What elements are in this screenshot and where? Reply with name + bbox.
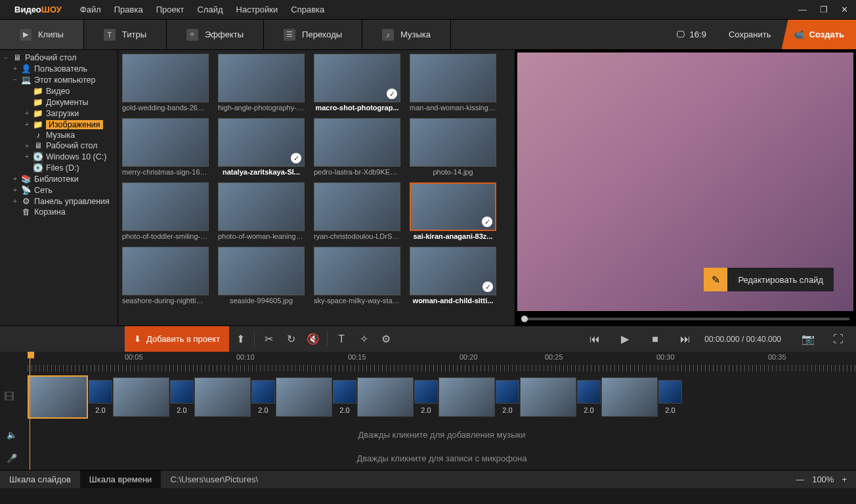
timeline-transition[interactable]: 2.0	[251, 380, 276, 414]
create-button[interactable]: 📹 Создать	[782, 20, 856, 49]
thumbnail[interactable]: seashore-during-nighttime...	[122, 247, 209, 304]
thumbnail[interactable]: ✓sai-kiran-anagani-83z...	[410, 182, 496, 240]
timeline-transition[interactable]: 2.0	[576, 380, 601, 414]
menu-Настройки[interactable]: Настройки	[230, 5, 285, 14]
tree-node-Этот компьютер[interactable]: −💻Этот компьютер	[0, 74, 118, 85]
tab-Эффекты[interactable]: ✧Эффекты	[167, 20, 264, 49]
tree-node-Панель управления[interactable]: +⚙Панель управления	[0, 196, 118, 207]
thumbnail[interactable]: ✓natalya-zaritskaya-SI...	[218, 118, 305, 176]
thumbnail[interactable]: gold-wedding-bands-2657...	[122, 54, 209, 112]
tree-node-Документы[interactable]: 📁Документы	[0, 96, 118, 108]
snapshot-button[interactable]: 📷	[797, 333, 819, 345]
playback-time: 00:00.000 / 00:40.000	[704, 335, 781, 344]
timeline-transition[interactable]: 2.0	[495, 380, 520, 414]
slides-scale-tab[interactable]: Шкала слайдов	[0, 471, 80, 488]
menu-Файл[interactable]: Файл	[74, 5, 108, 14]
thumbnail[interactable]: ✓macro-shot-photograp...	[314, 54, 400, 112]
menu-Проект[interactable]: Проект	[150, 5, 191, 14]
menu-Слайд[interactable]: Слайд	[190, 5, 229, 14]
rotate-button[interactable]: ↻	[280, 333, 302, 345]
timeline-clip[interactable]	[194, 377, 251, 417]
playhead[interactable]	[30, 352, 30, 470]
tree-node-Загрузки[interactable]: +📁Загрузки	[0, 108, 118, 119]
video-track[interactable]: 🎞 2.02.02.02.02.02.02.02.0	[0, 371, 856, 423]
thumbnail-caption: gold-wedding-bands-2657...	[122, 104, 209, 112]
thumbnail[interactable]: ✓woman-and-child-sitti...	[410, 247, 496, 304]
cut-button[interactable]: ✂	[257, 333, 280, 345]
add-to-project-button[interactable]: ⬇ Добавить в проект	[125, 326, 229, 352]
tab-Титры[interactable]: TТитры	[84, 20, 167, 49]
tab-Музыка[interactable]: ♪Музыка	[362, 20, 451, 49]
tree-node-Сеть[interactable]: +📡Сеть	[0, 184, 118, 196]
thumbnail-caption: ryan-christodoulou-LDrSJ3...	[314, 232, 400, 240]
tree-node-Files (D:)[interactable]: 💽Files (D:)	[0, 162, 118, 173]
time-scale-tab[interactable]: Шкала времени	[80, 471, 161, 488]
text-tool-button[interactable]: T	[330, 333, 353, 345]
aspect-ratio-selector[interactable]: 🖵 16:9	[664, 20, 718, 49]
effects-tool-button[interactable]: ✧	[353, 333, 375, 345]
settings-button[interactable]: ⚙	[375, 333, 397, 345]
thumbnail[interactable]: photo-14.jpg	[410, 118, 496, 176]
close-button[interactable]: ✕	[838, 5, 851, 14]
thumbnail[interactable]: seaside-994605.jpg	[218, 247, 305, 304]
timeline-clip[interactable]	[601, 377, 658, 417]
timeline-clip[interactable]	[520, 377, 576, 417]
save-button[interactable]: Сохранить	[718, 20, 782, 49]
minimize-button[interactable]: —	[796, 5, 809, 14]
preview-video[interactable]: ✎ Редактировать слайд	[517, 52, 853, 311]
thumbnail[interactable]: ryan-christodoulou-LDrSJ3...	[314, 182, 400, 240]
timeline-ruler[interactable]: 00:0500:1000:1500:2000:2500:3000:35	[0, 352, 856, 371]
next-button[interactable]: ⏭	[674, 333, 696, 345]
tree-node-Пользователь[interactable]: +👤Пользователь	[0, 63, 118, 74]
preview-scrubber[interactable]	[515, 314, 856, 326]
folder-icon: 💽	[33, 163, 43, 173]
tab-Переходы[interactable]: ☰Переходы	[264, 20, 362, 49]
stop-button[interactable]: ■	[644, 333, 666, 345]
edit-slide-button[interactable]: ✎ Редактировать слайд	[704, 268, 834, 291]
thumbnail-caption: photo-of-woman-leaning-o...	[218, 232, 305, 240]
timeline-transition[interactable]: 2.0	[88, 380, 113, 414]
tree-node-Музыка[interactable]: ♪Музыка	[0, 130, 118, 140]
timeline-transition[interactable]: 2.0	[169, 380, 194, 414]
thumbnail[interactable]: high-angle-photography-o...	[218, 54, 305, 112]
thumbnail-caption: natalya-zaritskaya-SI...	[223, 168, 300, 176]
timeline-clip[interactable]	[28, 375, 88, 419]
maximize-button[interactable]: ❐	[817, 5, 830, 14]
timeline-clip[interactable]	[357, 377, 414, 417]
play-button[interactable]: ▶	[614, 333, 636, 345]
zoom-out-button[interactable]: —	[796, 474, 804, 484]
thumbnail[interactable]: man-and-woman-kissing-2...	[410, 54, 496, 112]
fullscreen-button[interactable]: ⛶	[827, 333, 849, 345]
music-track[interactable]: 🔈 Дважды кликните для добавления музыки	[0, 423, 856, 446]
thumbnail[interactable]: merry-christmas-sign-1656...	[122, 118, 209, 176]
tree-node-Корзина[interactable]: 🗑Корзина	[0, 207, 118, 217]
zoom-in-button[interactable]: +	[842, 474, 847, 484]
thumbnail[interactable]: photo-of-woman-leaning-o...	[218, 182, 305, 240]
thumbnail[interactable]: pedro-lastra-br-Xdb9KE0Q...	[314, 118, 400, 176]
timeline-transition[interactable]: 2.0	[414, 380, 439, 414]
mic-track[interactable]: 🎤 Дважды кликните для записи с микрофона	[0, 446, 856, 470]
timeline-transition[interactable]: 2.0	[332, 380, 357, 414]
status-bar: Шкала слайдов Шкала времени C:\Users\use…	[0, 470, 856, 488]
folder-icon: 📡	[21, 185, 32, 195]
menu-Справка[interactable]: Справка	[284, 5, 331, 14]
prev-button[interactable]: ⏮	[584, 333, 606, 345]
thumbnail[interactable]: photo-of-toddler-smiling-1...	[122, 182, 209, 240]
menu-Правка[interactable]: Правка	[108, 5, 150, 14]
thumbnail[interactable]: sky-space-milky-way-stars...	[314, 247, 400, 304]
tree-node-Рабочий стол[interactable]: −🖥Рабочий стол	[0, 52, 118, 63]
tree-node-Изображения[interactable]: +📁Изображения	[0, 119, 118, 130]
up-button[interactable]: ⬆	[229, 333, 251, 345]
mute-button[interactable]: 🔇	[302, 333, 324, 345]
tree-node-Библиотеки[interactable]: +📚Библиотеки	[0, 173, 118, 184]
timeline-clip[interactable]	[439, 377, 495, 417]
tree-node-Рабочий стол[interactable]: +🖥Рабочий стол	[0, 140, 118, 151]
zoom-controls: — 100% +	[786, 474, 856, 484]
tree-node-Видео[interactable]: 📁Видео	[0, 85, 118, 96]
timeline-transition[interactable]: 2.0	[658, 380, 683, 414]
main-area: −🖥Рабочий стол+👤Пользователь−💻Этот компь…	[0, 50, 856, 326]
tree-node-Windows 10 (C:)[interactable]: +💽Windows 10 (C:)	[0, 151, 118, 162]
tab-Клипы[interactable]: ▶Клипы	[0, 20, 84, 49]
timeline-clip[interactable]	[276, 377, 332, 417]
timeline-clip[interactable]	[113, 377, 169, 417]
